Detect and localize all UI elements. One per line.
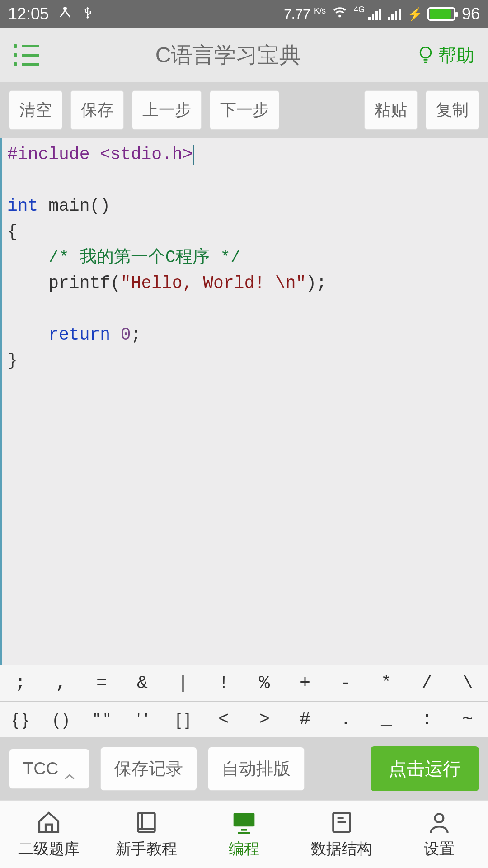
sym-braces[interactable]: { } bbox=[0, 702, 41, 737]
sym-backslash[interactable]: \ bbox=[447, 665, 488, 701]
sym-star[interactable]: * bbox=[366, 665, 407, 701]
sym-brackets[interactable]: [ ] bbox=[163, 702, 203, 737]
wifi-icon bbox=[332, 5, 347, 24]
person-icon bbox=[427, 810, 452, 835]
sym-plus[interactable]: + bbox=[285, 665, 325, 701]
bulb-icon bbox=[418, 45, 434, 65]
undo-button[interactable]: 上一步 bbox=[132, 90, 202, 130]
nav-ds[interactable]: 数据结构 bbox=[293, 801, 390, 868]
sym-ampersand[interactable]: & bbox=[122, 665, 163, 701]
cursor bbox=[193, 145, 194, 165]
home-icon bbox=[36, 810, 61, 835]
sym-equals[interactable]: = bbox=[81, 665, 122, 701]
nav-code[interactable]: 编程 bbox=[195, 801, 293, 868]
auto-format-button[interactable]: 自动排版 bbox=[208, 747, 305, 791]
sym-dquotes[interactable]: " " bbox=[81, 702, 122, 737]
nav-ds-label: 数据结构 bbox=[311, 839, 372, 859]
code-kw-return: return bbox=[48, 325, 110, 344]
svg-point-1 bbox=[338, 14, 341, 17]
sym-squotes[interactable]: ' ' bbox=[122, 702, 163, 737]
sym-semicolon[interactable]: ; bbox=[0, 665, 41, 701]
sym-colon[interactable]: : bbox=[407, 702, 447, 737]
toolbar: 清空 保存 上一步 下一步 粘贴 复制 bbox=[0, 82, 488, 138]
code-string: "Hello, World! \n" bbox=[121, 274, 306, 293]
copy-button[interactable]: 复制 bbox=[426, 90, 479, 130]
symbol-row-1: ; , = & | ! % + - * / \ bbox=[0, 665, 488, 701]
menu-icon[interactable] bbox=[14, 44, 39, 66]
code-main: main() bbox=[38, 196, 110, 216]
nav-code-label: 编程 bbox=[229, 839, 259, 859]
sym-lt[interactable]: < bbox=[203, 702, 244, 737]
clear-button[interactable]: 清空 bbox=[9, 90, 62, 130]
sym-minus[interactable]: - bbox=[325, 665, 366, 701]
help-button[interactable]: 帮助 bbox=[418, 43, 474, 68]
sym-gt[interactable]: > bbox=[244, 702, 285, 737]
svg-rect-5 bbox=[241, 829, 247, 831]
code-editor[interactable]: #include <stdio.h> int main() { /* 我的第一个… bbox=[0, 138, 488, 665]
run-button[interactable]: 点击运行 bbox=[371, 746, 479, 791]
status-speed: 7.77 K/s bbox=[284, 6, 326, 22]
status-time: 12:05 bbox=[8, 5, 49, 24]
sym-bang[interactable]: ! bbox=[203, 665, 244, 701]
nav-tutorial-label: 新手教程 bbox=[116, 839, 177, 859]
battery-icon bbox=[427, 7, 455, 21]
symbol-row-2: { } ( ) " " ' ' [ ] < > # . _ : ~ bbox=[0, 701, 488, 737]
app-header: C语言学习宝典 帮助 bbox=[0, 28, 488, 82]
screencast-icon bbox=[58, 5, 72, 24]
sym-underscore[interactable]: _ bbox=[366, 702, 407, 737]
code-printf: printf( bbox=[7, 274, 121, 293]
paste-button[interactable]: 粘贴 bbox=[364, 90, 418, 130]
sym-percent[interactable]: % bbox=[244, 665, 285, 701]
sym-hash[interactable]: # bbox=[285, 702, 325, 737]
app-title: C语言学习宝典 bbox=[39, 41, 418, 70]
svg-point-8 bbox=[435, 814, 444, 822]
nav-tutorial[interactable]: 新手教程 bbox=[98, 801, 195, 868]
help-label: 帮助 bbox=[438, 43, 474, 68]
code-brace-open: { bbox=[7, 222, 18, 241]
compiler-label: TCC bbox=[23, 759, 58, 778]
code-brace-close: } bbox=[7, 351, 18, 370]
save-button[interactable]: 保存 bbox=[70, 90, 124, 130]
sym-parens[interactable]: ( ) bbox=[41, 702, 81, 737]
sym-comma[interactable]: , bbox=[41, 665, 81, 701]
code-num: 0 bbox=[121, 325, 131, 344]
status-battery: 96 bbox=[462, 5, 480, 24]
monitor-icon bbox=[231, 810, 257, 835]
sym-tilde[interactable]: ~ bbox=[447, 702, 488, 737]
code-include: #include <stdio.h> bbox=[7, 145, 192, 164]
svg-rect-6 bbox=[238, 832, 250, 834]
usb-icon bbox=[81, 5, 94, 24]
svg-point-2 bbox=[420, 47, 431, 57]
compiler-select[interactable]: TCC bbox=[9, 749, 89, 789]
compiler-row: TCC 保存记录 自动排版 点击运行 bbox=[0, 737, 488, 800]
nav-settings-label: 设置 bbox=[424, 839, 455, 859]
charging-icon: ⚡ bbox=[407, 7, 423, 22]
redo-button[interactable]: 下一步 bbox=[210, 90, 279, 130]
svg-rect-4 bbox=[234, 813, 255, 826]
code-kw-int: int bbox=[7, 196, 38, 216]
status-4g: 4G bbox=[354, 5, 365, 14]
sym-pipe[interactable]: | bbox=[163, 665, 203, 701]
chevron-up-icon bbox=[64, 765, 75, 773]
nav-exam-label: 二级题库 bbox=[18, 839, 80, 859]
code-comment: /* 我的第一个C程序 */ bbox=[48, 248, 241, 267]
nav-exam[interactable]: 二级题库 bbox=[0, 801, 98, 868]
bottom-nav: 二级题库 新手教程 编程 数据结构 设置 bbox=[0, 800, 488, 868]
book-icon bbox=[134, 810, 159, 835]
save-history-button[interactable]: 保存记录 bbox=[100, 747, 197, 791]
sym-slash[interactable]: / bbox=[407, 665, 447, 701]
signal-icon-2 bbox=[388, 8, 401, 20]
sym-dot[interactable]: . bbox=[325, 702, 366, 737]
signal-icon-1 bbox=[368, 8, 381, 20]
document-icon bbox=[329, 810, 354, 835]
status-bar: 12:05 7.77 K/s 4G ⚡ 96 bbox=[0, 0, 488, 28]
nav-settings[interactable]: 设置 bbox=[390, 801, 488, 868]
